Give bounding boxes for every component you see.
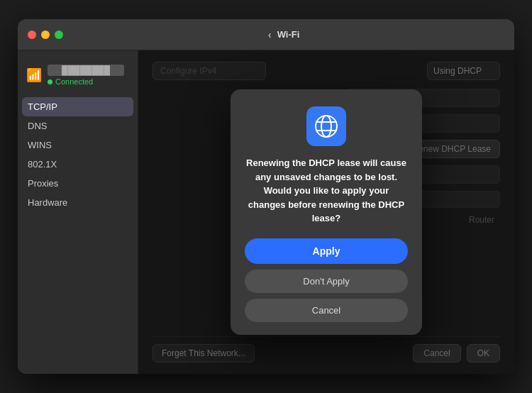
modal-buttons: Apply Don't Apply Cancel bbox=[245, 238, 408, 322]
wifi-icon: 📶 bbox=[26, 67, 42, 83]
content-area: 📶 ████████ Connected TCP/IP DNS WINS 802… bbox=[18, 50, 514, 374]
traffic-lights bbox=[28, 31, 63, 39]
sidebar-item-wins[interactable]: WINS bbox=[18, 135, 138, 155]
back-arrow-icon[interactable]: ‹ bbox=[268, 28, 272, 40]
modal-message: Renewing the DHCP lease will cause any u… bbox=[245, 156, 408, 226]
status-text: Connected bbox=[55, 77, 93, 86]
sidebar: 📶 ████████ Connected TCP/IP DNS WINS 802… bbox=[18, 50, 138, 374]
modal-overlay: Renewing the DHCP lease will cause any u… bbox=[138, 50, 514, 374]
modal-cancel-button[interactable]: Cancel bbox=[245, 299, 408, 322]
network-name: ████████ bbox=[48, 65, 124, 76]
dont-apply-button[interactable]: Don't Apply bbox=[245, 270, 408, 293]
network-info: ████████ Connected bbox=[48, 65, 124, 86]
sidebar-nav: TCP/IP DNS WINS 802.1X Proxies Hardware bbox=[18, 97, 138, 212]
system-preferences-window: ‹ Wi-Fi 📶 ████████ Connected TCP/IP DNS bbox=[18, 19, 514, 374]
network-status: Connected bbox=[48, 77, 124, 86]
close-button[interactable] bbox=[28, 31, 36, 39]
apply-button[interactable]: Apply bbox=[245, 238, 408, 264]
sidebar-item-dns[interactable]: DNS bbox=[18, 116, 138, 135]
titlebar-center: ‹ Wi-Fi bbox=[63, 28, 504, 40]
network-item[interactable]: 📶 ████████ Connected bbox=[18, 59, 138, 92]
sidebar-item-tcpip[interactable]: TCP/IP bbox=[22, 97, 133, 116]
sidebar-item-proxies[interactable]: Proxies bbox=[18, 174, 138, 193]
titlebar: ‹ Wi-Fi bbox=[18, 19, 514, 50]
globe-icon bbox=[306, 106, 346, 146]
dialog-modal: Renewing the DHCP lease will cause any u… bbox=[231, 89, 422, 335]
status-dot bbox=[48, 79, 52, 84]
maximize-button[interactable] bbox=[55, 31, 63, 39]
minimize-button[interactable] bbox=[41, 31, 50, 39]
window-title: Wi-Fi bbox=[277, 29, 300, 40]
sidebar-item-8021x[interactable]: 802.1X bbox=[18, 155, 138, 174]
svg-rect-0 bbox=[306, 106, 346, 146]
main-content: Using DHCP Renew DHCP Lease bbox=[138, 50, 514, 374]
sidebar-item-hardware[interactable]: Hardware bbox=[18, 193, 138, 212]
